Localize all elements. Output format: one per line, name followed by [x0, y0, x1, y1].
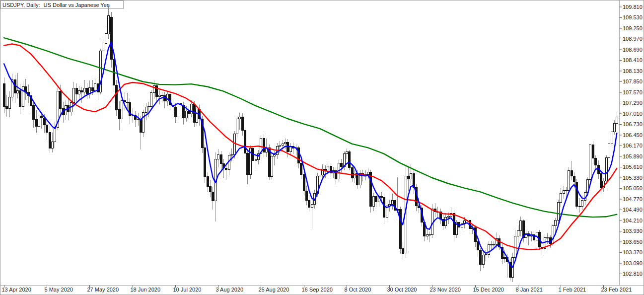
y-axis-label: 108.130	[623, 68, 643, 74]
candle	[255, 154, 257, 168]
price-chart[interactable]: 109.810109.530109.250108.970108.690108.4…	[0, 0, 644, 295]
y-axis-label: 103.090	[623, 260, 643, 266]
candle	[415, 184, 417, 211]
candle	[571, 161, 572, 180]
candle	[498, 235, 500, 250]
bear-candle-body	[225, 168, 227, 170]
bear-candle-body	[49, 133, 51, 148]
bull-candle-body	[578, 207, 580, 207]
bull-candle-body	[271, 156, 273, 177]
candle	[238, 113, 240, 130]
bull-candle-body	[158, 95, 160, 96]
candle	[142, 110, 144, 137]
candle	[271, 154, 273, 180]
bear-candle-body	[592, 145, 594, 158]
bull-candle-body	[102, 43, 104, 51]
x-axis-label: 10 Jul 2020	[173, 287, 202, 293]
y-axis-label: 104.490	[623, 207, 643, 213]
bull-candle-body	[142, 113, 144, 133]
bear-candle-body	[91, 87, 93, 90]
x-axis-label: 27 May 2020	[87, 287, 119, 293]
x-axis-label: 23 Nov 2020	[430, 287, 461, 293]
bull-candle-body	[485, 254, 487, 255]
y-axis-label: 109.810	[623, 4, 643, 10]
candle	[354, 170, 356, 183]
bull-candle-body	[565, 190, 567, 191]
candle	[330, 163, 332, 177]
candle	[348, 150, 350, 171]
bull-candle-body	[72, 88, 74, 103]
y-axis-label: 106.450	[623, 132, 643, 138]
bull-candle-body	[230, 154, 232, 155]
candle	[386, 201, 388, 221]
bull-candle-body	[493, 244, 495, 245]
y-axis-label: 103.650	[623, 239, 643, 245]
x-axis-label: 30 Oct 2020	[387, 287, 417, 293]
candle	[35, 110, 37, 133]
candle	[188, 106, 190, 120]
candle	[391, 194, 393, 210]
time-scale[interactable]: 13 Apr 20205 May 202027 May 202018 Jun 2…	[2, 286, 632, 293]
bear-candle-body	[126, 102, 128, 103]
candle	[209, 180, 211, 197]
candle	[482, 251, 484, 268]
candle	[399, 207, 401, 254]
candle	[107, 5, 109, 39]
chart-symbol-label: USDJPY, Daily:	[2, 2, 40, 8]
bull-candle-body	[94, 83, 96, 90]
candle	[212, 187, 214, 210]
candle	[3, 77, 5, 113]
candle	[589, 144, 591, 183]
bear-candle-body	[220, 154, 222, 163]
candle	[67, 99, 69, 120]
y-axis-label: 107.290	[623, 100, 643, 106]
bull-candle-body	[560, 194, 562, 203]
bull-candle-body	[273, 154, 275, 156]
candle	[429, 231, 430, 242]
medium-ma-line	[4, 44, 617, 250]
candle	[383, 194, 385, 224]
bull-candle-body	[311, 204, 313, 207]
candle	[469, 219, 471, 234]
bull-candle-body	[429, 234, 430, 235]
candle	[121, 97, 123, 123]
candle	[158, 90, 160, 104]
candle	[485, 250, 487, 261]
bear-candle-body	[209, 187, 211, 192]
bull-candle-body	[391, 200, 393, 204]
bull-candle-body	[444, 217, 446, 225]
candle	[286, 139, 288, 157]
bear-candle-body	[75, 88, 77, 94]
bull-candle-body	[282, 144, 284, 146]
candles-layer[interactable]	[3, 5, 618, 283]
bull-candle-body	[51, 142, 53, 148]
bull-candle-body	[581, 200, 583, 206]
candle	[402, 242, 404, 260]
bear-candle-body	[193, 104, 195, 123]
candle	[394, 196, 396, 221]
candle	[75, 83, 77, 102]
candle	[575, 179, 577, 209]
bear-candle-body	[46, 125, 48, 132]
y-axis-label: 108.410	[623, 57, 643, 63]
bull-candle-body	[105, 33, 107, 43]
candle	[426, 229, 428, 240]
candle	[145, 103, 147, 120]
bear-candle-body	[308, 200, 310, 207]
y-axis-label: 105.610	[623, 164, 643, 170]
candle	[14, 75, 16, 102]
candle	[530, 231, 532, 241]
y-axis-label: 105.050	[623, 185, 643, 191]
candle	[305, 186, 307, 205]
bear-candle-body	[305, 191, 307, 200]
candle	[289, 143, 291, 154]
y-axis-label: 106.170	[623, 143, 643, 148]
candle	[126, 93, 128, 110]
x-axis-label: 1 Feb 2021	[559, 287, 586, 293]
candle	[86, 83, 88, 99]
candle	[246, 149, 248, 184]
axes-layer	[0, 0, 644, 295]
bull-candle-body	[589, 145, 591, 180]
price-scale[interactable]: 109.810109.530109.250108.970108.690108.4…	[620, 4, 643, 277]
candle	[560, 188, 562, 207]
